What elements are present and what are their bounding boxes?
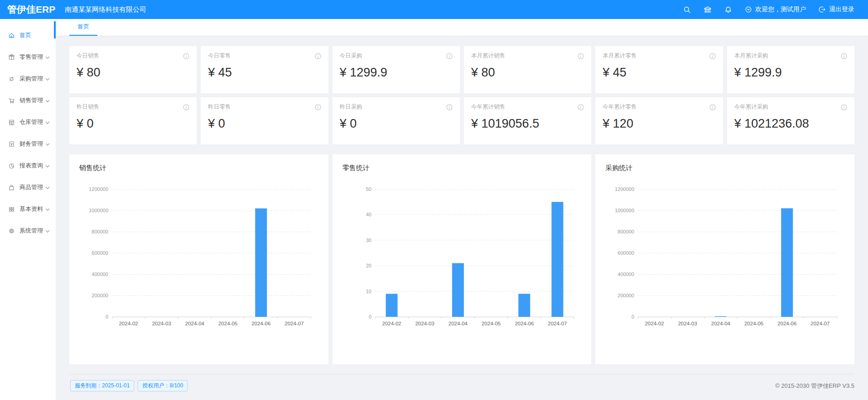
- basic-icon: [8, 206, 15, 213]
- stat-card-label: 今日采购: [340, 52, 362, 60]
- tab-home[interactable]: 首页: [69, 19, 97, 36]
- chart-card-purchase: 采购统计020000040000060000080000010000001200…: [595, 154, 854, 364]
- stat-card-value: ¥ 1299.9: [734, 66, 847, 80]
- bar-2024-06[interactable]: [518, 294, 530, 317]
- y-tick-label: 0: [632, 314, 634, 319]
- chevron-down-icon: [46, 120, 49, 124]
- x-tick-label: 2024-04: [185, 321, 205, 326]
- chart-card-retail: 零售统计010203040502024-022024-032024-042024…: [333, 154, 592, 364]
- y-tick-label: 30: [366, 238, 371, 243]
- info-icon[interactable]: [578, 104, 584, 110]
- stat-card-0: 今日销售¥ 80: [69, 46, 197, 93]
- chart-svg-retail[interactable]: 010203040502024-022024-032024-042024-052…: [342, 174, 581, 337]
- y-tick-label: 800000: [618, 229, 635, 234]
- company-name: 南通某某网络科技有限公司: [65, 5, 146, 14]
- bar-2024-04[interactable]: [715, 316, 727, 317]
- sidebar-item-finance[interactable]: 财务管理: [0, 133, 56, 155]
- chevron-down-icon: [46, 207, 49, 210]
- logout-button[interactable]: 退出登录: [819, 5, 854, 14]
- sidebar-item-report[interactable]: 报表查询: [0, 155, 56, 176]
- info-icon[interactable]: [183, 53, 189, 59]
- info-icon[interactable]: [709, 53, 716, 59]
- x-tick-label: 2024-03: [415, 321, 434, 326]
- y-tick-label: 200000: [92, 293, 108, 298]
- info-icon[interactable]: [315, 104, 321, 110]
- x-tick-label: 2024-03: [152, 321, 171, 326]
- stat-card-label: 昨日零售: [208, 103, 231, 111]
- main-area: 首页 今日销售¥ 80今日零售¥ 45今日采购¥ 1299.9本月累计销售¥ 8…: [56, 19, 868, 400]
- bar-2024-07[interactable]: [551, 202, 563, 317]
- stat-card-value: ¥ 80: [77, 66, 189, 80]
- stat-card-label: 今日零售: [208, 52, 231, 60]
- info-icon[interactable]: [315, 53, 321, 59]
- chart-card-sales: 销售统计020000040000060000080000010000001200…: [69, 154, 328, 364]
- sidebar-item-system[interactable]: 系统管理: [0, 220, 56, 242]
- stat-card-value: ¥ 0: [340, 117, 453, 131]
- y-tick-label: 40: [366, 212, 371, 217]
- sidebar-item-label: 报表查询: [19, 162, 43, 170]
- sidebar-item-warehouse[interactable]: 仓库管理: [0, 111, 56, 133]
- stat-card-2: 今日采购¥ 1299.9: [333, 46, 460, 93]
- sidebar-item-retail[interactable]: 零售管理: [0, 46, 56, 68]
- x-tick-label: 2024-07: [548, 321, 567, 326]
- sidebar-item-home[interactable]: 首页: [0, 24, 56, 46]
- info-icon[interactable]: [578, 53, 584, 59]
- bar-2024-06[interactable]: [781, 208, 793, 317]
- y-tick-label: 0: [106, 314, 108, 319]
- y-tick-label: 800000: [92, 229, 108, 234]
- stat-card-1: 今日零售¥ 45: [201, 46, 328, 93]
- finance-icon: [8, 141, 15, 148]
- bar-2024-02[interactable]: [386, 294, 397, 317]
- bell-icon[interactable]: [724, 6, 732, 14]
- info-icon[interactable]: [446, 104, 453, 110]
- x-tick-label: 2024-03: [678, 321, 697, 326]
- y-tick-label: 200000: [618, 293, 635, 298]
- y-tick-label: 400000: [618, 271, 635, 277]
- stat-card-value: ¥ 0: [208, 117, 321, 131]
- search-icon[interactable]: [683, 6, 691, 14]
- sidebar-item-basic[interactable]: 基本资料: [0, 198, 56, 220]
- x-tick-label: 2024-05: [218, 321, 237, 326]
- x-tick-label: 2024-06: [777, 321, 796, 326]
- licensed-users-badge: 授权用户：8/100: [138, 380, 188, 391]
- user-dropdown[interactable]: 欢迎您，测试用户: [745, 5, 806, 14]
- stat-card-8: 昨日采购¥ 0: [333, 97, 460, 144]
- user-circle-chevron-icon: [745, 6, 752, 13]
- logout-icon: [819, 6, 826, 13]
- stat-card-11: 今年累计采购¥ 1021236.08: [727, 97, 854, 144]
- app-logo: 管伊佳ERP: [0, 3, 56, 16]
- sidebar-item-goods[interactable]: 商品管理: [0, 176, 56, 198]
- bank-icon[interactable]: [704, 5, 712, 14]
- info-icon[interactable]: [709, 104, 716, 110]
- sidebar-item-label: 仓库管理: [19, 118, 43, 126]
- welcome-text: 欢迎您，测试用户: [755, 5, 806, 14]
- info-icon[interactable]: [446, 53, 453, 59]
- bar-2024-04[interactable]: [452, 263, 464, 317]
- copyright-text: © 2015-2030 管伊佳ERP V3.5: [775, 382, 854, 390]
- stat-card-label: 今年累计销售: [471, 103, 505, 111]
- y-tick-label: 1200000: [89, 186, 108, 192]
- y-tick-label: 20: [366, 263, 371, 268]
- stat-card-label: 今年累计零售: [603, 103, 637, 111]
- y-tick-label: 10: [366, 289, 371, 294]
- footer: 服务到期：2025-01-01 授权用户：8/100 © 2015-2030 管…: [69, 374, 854, 391]
- stat-card-7: 昨日零售¥ 0: [201, 97, 328, 144]
- bar-2024-06[interactable]: [255, 209, 267, 317]
- stat-card-label: 昨日销售: [77, 103, 99, 111]
- stat-card-value: ¥ 45: [208, 66, 321, 80]
- sidebar-item-sales[interactable]: 销售管理: [0, 90, 56, 111]
- stat-card-value: ¥ 45: [603, 66, 715, 80]
- footer-badges: 服务到期：2025-01-01 授权用户：8/100: [69, 380, 188, 391]
- info-icon[interactable]: [841, 53, 847, 59]
- chart-svg-purchase[interactable]: 0200000400000600000800000100000012000002…: [605, 174, 844, 337]
- chart-title: 销售统计: [79, 164, 318, 172]
- info-icon[interactable]: [183, 104, 189, 110]
- sidebar-item-label: 零售管理: [19, 53, 43, 61]
- info-icon[interactable]: [841, 104, 847, 110]
- chart-title: 采购统计: [605, 164, 844, 172]
- sidebar-item-purchase[interactable]: 采购管理: [0, 68, 56, 90]
- top-header-bar: 管伊佳ERP 南通某某网络科技有限公司 欢迎您，测试用户 退出登录: [0, 0, 868, 19]
- chart-svg-sales[interactable]: 0200000400000600000800000100000012000002…: [79, 174, 318, 337]
- y-tick-label: 600000: [92, 250, 108, 256]
- tab-bar: 首页: [56, 19, 868, 36]
